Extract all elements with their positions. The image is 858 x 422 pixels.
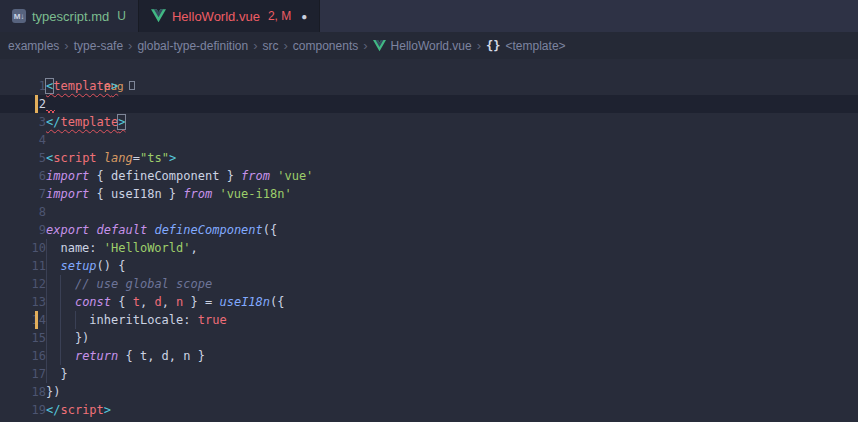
line-content[interactable]: <script lang="ts">	[46, 149, 858, 167]
indent-guide	[46, 329, 47, 347]
code-token: })	[46, 331, 89, 345]
gutter[interactable]: 11	[0, 257, 46, 275]
code-line[interactable]: 9export default defineComponent({	[0, 221, 858, 239]
gutter[interactable]: 8	[0, 203, 46, 221]
gutter[interactable]: 7	[0, 185, 46, 203]
tab-label: HelloWorld.vue	[172, 9, 260, 24]
code-line[interactable]: 1<template>	[0, 77, 858, 95]
gutter[interactable]: 6	[0, 167, 46, 185]
code-editor[interactable]: pug 1<template>23</template>45<script la…	[0, 59, 858, 422]
line-content[interactable]: setup() {	[46, 257, 858, 275]
gutter[interactable]: 19	[0, 401, 46, 419]
gutter[interactable]: 12	[0, 275, 46, 293]
code-token: defineComponent	[154, 223, 262, 237]
code-line[interactable]: 16 return { t, d, n }	[0, 347, 858, 365]
line-content[interactable]: })	[46, 329, 858, 347]
line-content[interactable]: import { useI18n } from 'vue-i18n'	[46, 185, 858, 203]
code-line[interactable]: 7import { useI18n } from 'vue-i18n'	[0, 185, 858, 203]
line-content[interactable]: })	[46, 383, 858, 401]
gutter[interactable]: 1	[0, 77, 46, 95]
gutter[interactable]: 15	[0, 329, 46, 347]
line-number: 17	[16, 365, 46, 383]
tab-helloworld-vue[interactable]: HelloWorld.vue 2, M ●	[139, 0, 320, 32]
code-token: } =	[183, 295, 219, 309]
code-token: ({	[263, 223, 277, 237]
line-content[interactable]: <template>	[46, 77, 858, 95]
line-number: 5	[16, 149, 46, 167]
breadcrumb-item-file[interactable]: HelloWorld.vue	[391, 39, 472, 53]
line-number: 10	[16, 239, 46, 257]
code-line[interactable]: 2	[0, 95, 858, 113]
line-number: 2	[16, 95, 46, 113]
gutter[interactable]: 4	[0, 131, 46, 149]
line-number: 8	[16, 203, 46, 221]
breadcrumb-item-symbol[interactable]: <template>	[506, 39, 566, 53]
line-content[interactable]: const { t, d, n } = useI18n({	[46, 293, 858, 311]
code-line[interactable]: 10 name: 'HelloWorld',	[0, 239, 858, 257]
line-content[interactable]: </script>	[46, 401, 858, 419]
code-line[interactable]: 15 })	[0, 329, 858, 347]
gutter[interactable]: 18	[0, 383, 46, 401]
gutter[interactable]: 5	[0, 149, 46, 167]
gutter[interactable]: 17	[0, 365, 46, 383]
code-line[interactable]: 8	[0, 203, 858, 221]
code-line[interactable]: 13 const { t, d, n } = useI18n({	[0, 293, 858, 311]
code-line[interactable]: 6import { defineComponent } from 'vue'	[0, 167, 858, 185]
code-token: name:	[46, 241, 104, 255]
gutter[interactable]: 2	[0, 95, 46, 113]
code-token: template	[60, 115, 118, 129]
code-line[interactable]: 12 // use global scope	[0, 275, 858, 293]
breadcrumb-item-src[interactable]: src	[263, 39, 279, 53]
code-token: >	[111, 79, 118, 93]
error-squiggle	[46, 97, 55, 113]
line-content[interactable]: }	[46, 365, 858, 383]
indent-guide	[60, 329, 61, 347]
code-line[interactable]: 17 }	[0, 365, 858, 383]
code-line[interactable]: 4	[0, 131, 858, 149]
line-content[interactable]	[46, 95, 858, 113]
line-content[interactable]: name: 'HelloWorld',	[46, 239, 858, 257]
tab-bar: M↓ typescript.md U HelloWorld.vue 2, M ●	[0, 0, 858, 32]
gutter[interactable]: 16	[0, 347, 46, 365]
gutter[interactable]: 14	[0, 311, 46, 329]
breadcrumb-item-type-safe[interactable]: type-safe	[74, 39, 123, 53]
gutter[interactable]: 3	[0, 113, 46, 131]
indent-guide	[60, 293, 61, 311]
code-token: </	[46, 115, 60, 129]
line-number: 13	[16, 293, 46, 311]
line-content[interactable]: import { defineComponent } from 'vue'	[46, 167, 858, 185]
line-content[interactable]: inheritLocale: true	[46, 311, 858, 329]
breadcrumb-item-examples[interactable]: examples	[8, 39, 59, 53]
tab-typescript-md[interactable]: M↓ typescript.md U	[0, 0, 139, 32]
code-line[interactable]: 3</template>	[0, 113, 858, 131]
code-token: from	[241, 169, 270, 183]
gutter[interactable]: 9	[0, 221, 46, 239]
dirty-indicator-icon[interactable]: ●	[301, 11, 307, 22]
code-token: t	[133, 295, 140, 309]
breadcrumb-item-global-type-definition[interactable]: global-type-definition	[137, 39, 248, 53]
line-content[interactable]: </template>	[46, 113, 858, 131]
code-line[interactable]: 5<script lang="ts">	[0, 149, 858, 167]
code-token: 'vue-i18n'	[219, 187, 291, 201]
line-number: 7	[16, 185, 46, 203]
code-token: setup	[60, 259, 96, 273]
indent-guide	[60, 347, 61, 365]
code-line[interactable]: 11 setup() {	[0, 257, 858, 275]
line-content[interactable]: return { t, d, n }	[46, 347, 858, 365]
line-content[interactable]	[46, 131, 858, 149]
gutter[interactable]: 10	[0, 239, 46, 257]
code-line[interactable]: 19</script>	[0, 401, 858, 419]
indent-guide	[46, 311, 47, 329]
line-content[interactable]: // use global scope	[46, 275, 858, 293]
line-content[interactable]	[46, 203, 858, 221]
line-content[interactable]: export default defineComponent({	[46, 221, 858, 239]
code-token	[46, 259, 60, 273]
template-lang-hint: pug	[0, 59, 858, 77]
breadcrumb-separator-icon: ›	[128, 38, 132, 53]
code-token: =	[133, 151, 140, 165]
code-line[interactable]: 14 inheritLocale: true	[0, 311, 858, 329]
code-token: })	[46, 385, 60, 399]
breadcrumb-item-components[interactable]: components	[293, 39, 358, 53]
gutter[interactable]: 13	[0, 293, 46, 311]
code-line[interactable]: 18})	[0, 383, 858, 401]
